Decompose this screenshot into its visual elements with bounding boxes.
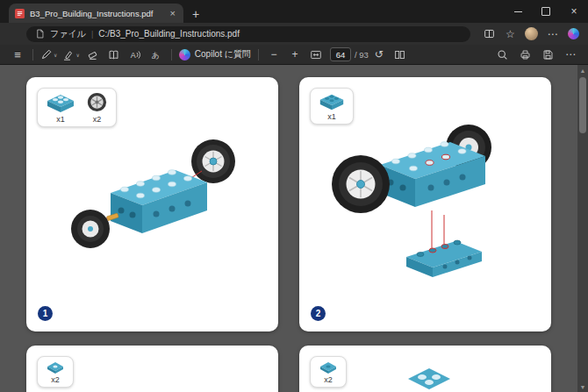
parts-box: x2 [37,356,74,388]
parts-box: x1 [37,88,117,127]
read-mode-button[interactable] [104,46,125,63]
vertical-scrollbar[interactable]: ▲ ▼ [577,65,588,392]
wheel-detached [191,139,235,183]
url-text: C:/B3_Pro_Building_Instructions.pdf [98,29,240,39]
svg-text:あ: あ [152,51,160,60]
url-field[interactable]: ファイル | C:/B3_Pro_Building_Instructions.p… [26,26,470,42]
address-bar-actions: ☆ ⋯ [480,25,583,43]
plate-part-icon [319,360,338,374]
scrollbar-thumb[interactable] [579,77,586,133]
page-view-button[interactable] [390,46,411,63]
panel-row-top: x1 [0,77,577,331]
translate-icon: あ [150,49,161,61]
plate-part-icon [319,92,345,111]
part-item: x2 [86,92,108,124]
part-qty-label: x1 [56,115,65,124]
close-window-button[interactable]: × [560,0,588,23]
tab-pdf[interactable]: B3_Pro_Building_Instructions.pdf × [9,4,183,23]
file-icon [35,29,45,39]
maximize-icon [541,7,550,16]
profile-button[interactable] [522,25,541,43]
browser-window: B3_Pro_Building_Instructions.pdf × + × フ… [0,0,588,392]
zoom-in-button[interactable]: + [284,46,305,63]
parts-box: x1 [310,88,354,125]
maximize-button[interactable] [532,0,560,23]
pdf-pages: x1 [0,65,577,392]
panel-row-bottom: x2 x2 [0,346,577,392]
parts-box: x2 [310,356,347,388]
pdf-toolbar: ≡ ∨ ∨ A [0,45,588,65]
scroll-down-icon[interactable]: ▼ [577,381,588,392]
brick-part-icon [46,92,75,114]
ask-copilot-label: Copilot に質問 [195,48,251,61]
highlighter-icon [62,49,74,61]
instruction-panel-step-1: x1 [26,77,278,331]
minimize-button[interactable] [504,0,532,23]
pdf-content-area[interactable]: x1 [0,65,588,392]
instruction-panel-next-right: x2 [299,346,551,392]
more-options-button[interactable]: ⋯ [560,46,581,63]
fit-to-page-icon [310,49,322,61]
plate-part-icon [46,360,65,374]
page-number-input[interactable]: 64 [330,47,351,61]
new-tab-button[interactable]: + [192,8,199,20]
chevron-down-icon: ∨ [75,52,79,58]
address-bar: ファイル | C:/B3_Pro_Building_Instructions.p… [0,23,588,45]
settings-more-button[interactable]: ⋯ [543,25,562,43]
part-item: x2 [46,360,65,384]
fit-to-page-button[interactable] [305,46,326,63]
erase-button[interactable] [82,46,104,63]
search-icon [497,49,508,61]
file-label: ファイル [50,28,86,40]
page-total-label: / 93 [355,50,369,60]
ask-copilot-button[interactable]: Copilot に質問 [176,46,254,63]
favorites-button[interactable]: ☆ [501,25,520,43]
eraser-icon [87,49,98,61]
toc-button[interactable]: ≡ [7,46,28,63]
wheel-front [332,155,390,213]
part-qty-label: x2 [51,375,60,384]
read-aloud-button[interactable]: A [125,46,146,63]
toolbar-right-actions: ⋯ [491,46,581,63]
step-number-badge: 2 [311,306,326,321]
svg-text:A: A [131,50,136,59]
toolbar-separator [171,49,172,61]
highlight-button[interactable]: ∨ [60,46,82,63]
pen-icon [40,49,52,61]
rotate-button[interactable]: ↺ [369,46,390,63]
save-button[interactable] [537,46,558,63]
toolbar-separator [258,49,259,61]
part-qty-label: x1 [327,112,336,121]
url-divider: | [91,30,93,39]
plate-part [406,240,482,277]
brick-body [111,170,207,233]
zoom-out-button[interactable]: − [263,46,284,63]
split-screen-button[interactable] [480,25,498,43]
tab-close-icon[interactable]: × [169,9,177,18]
translate-button[interactable]: あ [146,46,167,63]
page-view-icon [394,49,405,61]
step-number-badge: 1 [38,306,53,321]
pdf-favicon-icon [15,9,25,18]
print-button[interactable] [514,46,535,63]
part-qty-label: x2 [324,375,333,384]
part-item: x1 [319,92,345,121]
draw-button[interactable]: ∨ [38,46,60,63]
wheel-part-icon [86,92,108,114]
copilot-icon [179,49,190,61]
tab-title: B3_Pro_Building_Instructions.pdf [30,9,163,18]
tab-strip: B3_Pro_Building_Instructions.pdf × + × [0,0,588,23]
partial-piece-hint [403,363,455,392]
copilot-sidebar-button[interactable] [564,25,583,43]
read-aloud-icon: A [129,49,141,61]
instruction-panel-step-2: x1 [299,77,551,331]
chevron-down-icon: ∨ [54,52,57,58]
window-controls: × [504,0,588,23]
part-item: x2 [319,360,338,384]
scroll-up-icon[interactable]: ▲ [580,65,586,75]
book-icon [108,49,119,61]
avatar [525,27,538,40]
printer-icon [520,49,531,61]
part-qty-label: x2 [93,115,102,124]
search-button[interactable] [491,46,513,63]
